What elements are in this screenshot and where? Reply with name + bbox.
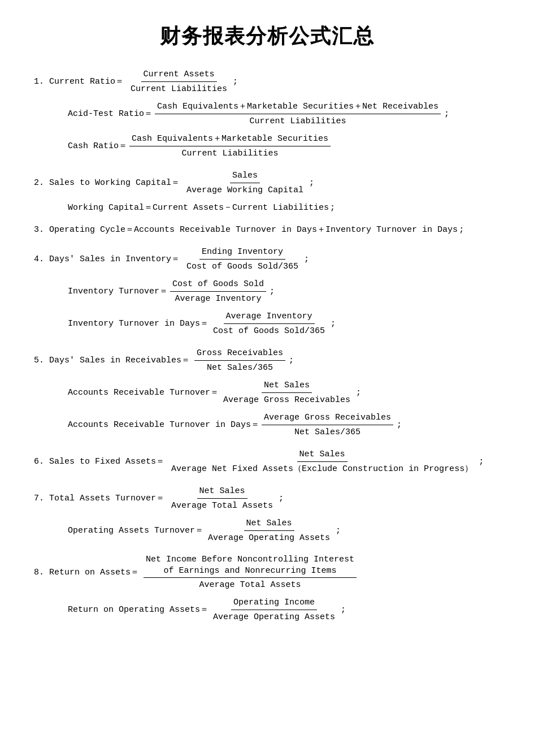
formula-2-numerator: Sales [230,170,260,183]
return-op-assets-denominator: Average Operating Assets [211,610,337,623]
formula-4-section: 4. Days' Sales in Inventory＝ Ending Inve… [34,246,500,337]
ar-turnover-label: Accounts Receivable Turnover＝ [68,387,219,399]
formula-8-label: 8. Return on Assets＝ [34,567,139,578]
formula-cash-ratio: Cash Ratio＝ Cash Equivalents＋Marketable … [68,133,500,159]
formula-7-fraction: Net Sales Average Total Assets [169,485,275,512]
formula-2-semi: ; [309,177,314,189]
inv-turnover-days-fraction: Average Inventory Cost of Goods Sold/365 [211,310,327,337]
op-assets-numerator: Net Sales [244,517,294,531]
ar-turnover-days-label: Accounts Receivable Turnover in Days＝ [68,419,259,431]
acid-test-label: Acid-Test Ratio＝ [68,108,153,120]
formula-ar-turnover: Accounts Receivable Turnover＝ Net Sales … [68,379,500,406]
formula-6-semi: ; [479,456,484,468]
inv-turnover-days-numerator: Average Inventory [224,310,315,324]
inv-turnover-fraction: Cost of Goods Sold Average Inventory [170,278,266,305]
formula-4-denominator: Cost of Goods Sold/365 [184,260,301,273]
formula-8-section: 8. Return on Assets＝ Net Income Before N… [34,554,500,623]
formula-inv-turnover-days: Inventory Turnover in Days＝ Average Inve… [68,310,500,337]
formula-8-fraction: Net Income Before Noncontrolling Interes… [144,554,357,591]
inv-turnover-numerator: Cost of Goods Sold [170,278,266,292]
formula-1-current-ratio: 1. Current Ratio＝ Current Assets Current… [34,68,500,95]
ar-turnover-days-semi: ; [397,419,402,431]
return-op-assets-label: Return on Operating Assets＝ [68,604,209,616]
working-capital-label: Working Capital＝Current Assets－Current L… [68,202,329,214]
formula-5-fraction: Gross Receivables Net Sales/365 [194,347,285,374]
formula-7-total-assets: 7. Total Assets Turnover＝ Net Sales Aver… [34,485,500,512]
ar-turnover-days-numerator: Average Gross Receivables [262,412,393,425]
formula-3-semi: ; [459,224,464,236]
formula-7-numerator: Net Sales [197,485,248,499]
formula-inv-turnover: Inventory Turnover＝ Cost of Goods Sold A… [68,278,500,305]
formula-4-days-inventory: 4. Days' Sales in Inventory＝ Ending Inve… [34,246,500,273]
ar-turnover-semi: ; [356,387,361,399]
formula-5-numerator: Gross Receivables [194,347,285,361]
formula-ar-turnover-days: Accounts Receivable Turnover in Days＝ Av… [68,412,500,438]
acid-test-fraction: Cash Equivalents＋Marketable Securities＋N… [155,101,441,127]
formula-4-label: 4. Days' Sales in Inventory＝ [34,253,180,265]
formula-1-fraction: Current Assets Current Liabilities [128,68,229,95]
formula-5-semi: ; [289,355,294,366]
acid-test-numerator: Cash Equivalents＋Marketable Securities＋N… [155,101,441,114]
formula-1-numerator: Current Assets [141,68,217,82]
formula-7-section: 7. Total Assets Turnover＝ Net Sales Aver… [34,485,500,544]
formula-1-semi: ; [233,76,238,88]
formula-8-numerator: Net Income Before Noncontrolling Interes… [144,554,357,578]
formula-acid-test: Acid-Test Ratio＝ Cash Equivalents＋Market… [68,101,500,127]
wc-semi: ; [330,202,335,214]
formula-op-assets-turnover: Operating Assets Turnover＝ Net Sales Ave… [68,517,500,544]
formula-6-fraction: Net Sales Average Net Fixed Assets（Exclu… [169,448,475,475]
ar-turnover-fraction: Net Sales Average Gross Receivables [221,379,353,406]
cash-ratio-fraction: Cash Equivalents＋Marketable Securities C… [129,133,331,159]
formula-3-operating-cycle: 3. Operating Cycle＝Accounts Receivable T… [34,224,500,236]
formula-2-label: 2. Sales to Working Capital＝ [34,177,180,189]
cash-ratio-denominator: Current Liabilities [180,146,281,159]
formula-5-denominator: Net Sales/365 [205,361,275,374]
formula-return-op-assets: Return on Operating Assets＝ Operating In… [68,597,500,623]
ar-turnover-days-fraction: Average Gross Receivables Net Sales/365 [262,412,393,438]
inv-turnover-days-denominator: Cost of Goods Sold/365 [211,324,327,337]
op-assets-denominator: Average Operating Assets [206,531,332,544]
inv-turnover-label: Inventory Turnover＝ [68,286,168,297]
formula-7-label: 7. Total Assets Turnover＝ [34,493,164,504]
page-title: 财务报表分析公式汇总 [34,23,500,50]
formula-1-section: 1. Current Ratio＝ Current Assets Current… [34,68,500,159]
formula-4-fraction: Ending Inventory Cost of Goods Sold/365 [184,246,301,273]
formula-3-section: 3. Operating Cycle＝Accounts Receivable T… [34,224,500,236]
ar-turnover-denominator: Average Gross Receivables [221,393,353,406]
formula-5-section: 5. Days' Sales in Receivables＝ Gross Rec… [34,347,500,438]
formula-1-denominator: Current Liabilities [128,82,229,95]
formula-2-sales-wc: 2. Sales to Working Capital＝ Sales Avera… [34,170,500,196]
formula-2-section: 2. Sales to Working Capital＝ Sales Avera… [34,170,500,214]
op-assets-label: Operating Assets Turnover＝ [68,525,203,537]
formula-7-semi: ; [279,493,284,504]
formula-4-numerator: Ending Inventory [199,246,285,260]
formula-3-label: 3. Operating Cycle＝Accounts Receivable T… [34,224,458,236]
ar-turnover-numerator: Net Sales [262,379,312,393]
formula-6-label: 6. Sales to Fixed Assets＝ [34,456,164,468]
formula-1-label: 1. Current Ratio＝ [34,76,124,88]
inv-turnover-denominator: Average Inventory [173,292,264,305]
acid-test-denominator: Current Liabilities [248,114,349,127]
formula-6-numerator: Net Sales [297,448,348,462]
cash-ratio-numerator: Cash Equivalents＋Marketable Securities [129,133,331,146]
formula-4-semi: ; [304,253,309,265]
formula-working-capital: Working Capital＝Current Assets－Current L… [68,202,500,214]
formula-7-denominator: Average Total Assets [169,499,275,512]
inv-turnover-days-semi: ; [331,318,336,330]
inv-turnover-days-label: Inventory Turnover in Days＝ [68,318,209,330]
formula-6-fixed-assets: 6. Sales to Fixed Assets＝ Net Sales Aver… [34,448,500,475]
inv-turnover-semi: ; [270,286,275,297]
formula-5-label: 5. Days' Sales in Receivables＝ [34,355,190,366]
formula-6-section: 6. Sales to Fixed Assets＝ Net Sales Aver… [34,448,500,475]
formula-8-return-assets: 8. Return on Assets＝ Net Income Before N… [34,554,500,591]
op-assets-fraction: Net Sales Average Operating Assets [206,517,332,544]
formula-6-denominator: Average Net Fixed Assets（Exclude Constru… [169,462,475,475]
formula-2-fraction: Sales Average Working Capital [184,170,306,196]
formula-5-days-receivables: 5. Days' Sales in Receivables＝ Gross Rec… [34,347,500,374]
cash-ratio-label: Cash Ratio＝ [68,140,127,152]
formula-2-denominator: Average Working Capital [184,183,306,196]
return-op-assets-semi: ; [341,604,346,616]
ar-turnover-days-denominator: Net Sales/365 [292,425,363,438]
formula-8-denominator: Average Total Assets [197,578,303,591]
op-assets-semi: ; [336,525,341,537]
